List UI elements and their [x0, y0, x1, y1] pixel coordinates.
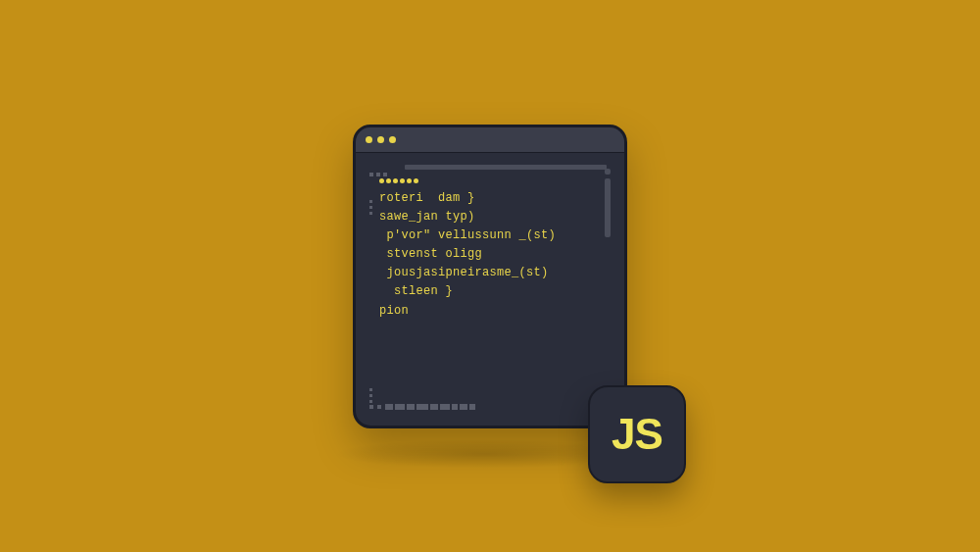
code-line: pion — [379, 302, 612, 321]
gutter-dots-icon — [369, 200, 372, 215]
code-block: roteri dam } sawe_jan typ) p'vor" vellus… — [379, 189, 612, 321]
code-line: sawe_jan typ) — [379, 208, 612, 226]
js-badge-label: JS — [612, 410, 662, 459]
status-bar-icon — [369, 404, 475, 410]
decorative-dots-icon — [369, 173, 612, 176]
gutter-dots-icon — [369, 388, 372, 403]
traffic-light-icon — [366, 136, 372, 143]
code-line: jousjasipneirasme_(st) — [379, 264, 612, 282]
traffic-light-icon — [377, 136, 384, 143]
editor-content: roteri dam } sawe_jan typ) p'vor" vellus… — [356, 153, 624, 330]
window-titlebar — [356, 127, 624, 153]
code-line: roteri dam } — [379, 189, 612, 208]
javascript-badge: JS — [588, 385, 686, 483]
code-line: stleen } — [379, 282, 612, 301]
code-line: p'vor" vellussunn _(st) — [379, 226, 612, 245]
traffic-light-icon — [389, 136, 396, 143]
code-editor-window: roteri dam } sawe_jan typ) p'vor" vellus… — [353, 125, 627, 428]
decorative-dots-icon — [379, 178, 612, 183]
code-line: stvenst oligg — [379, 245, 612, 264]
